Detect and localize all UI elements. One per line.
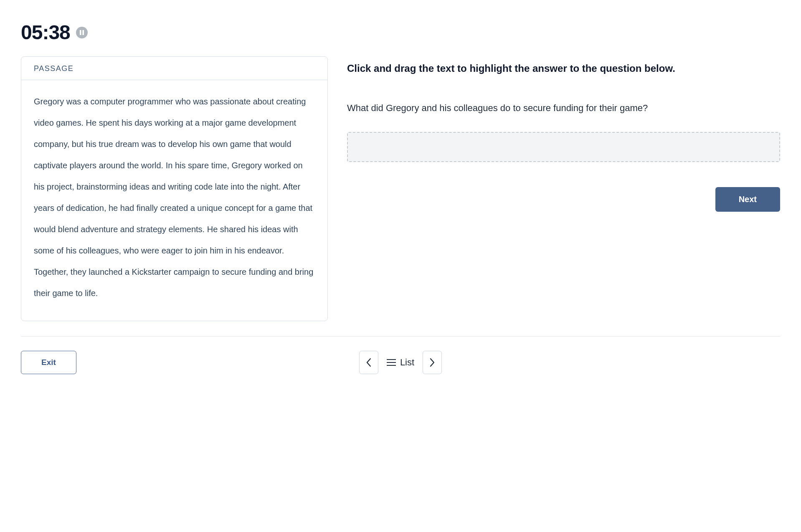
pause-button[interactable] <box>76 27 88 38</box>
svg-rect-0 <box>80 30 81 35</box>
next-button[interactable]: Next <box>715 187 780 212</box>
nav-center-group: List <box>359 351 442 374</box>
pause-icon <box>80 30 84 35</box>
question-text: What did Gregory and his colleagues do t… <box>347 101 780 115</box>
passage-header-label: PASSAGE <box>34 64 74 73</box>
passage-card: PASSAGE Gregory was a computer programme… <box>21 56 328 321</box>
passage-text[interactable]: Gregory was a computer programmer who wa… <box>34 91 315 304</box>
chevron-right-icon <box>429 358 435 367</box>
previous-button[interactable] <box>359 351 378 374</box>
answer-drop-zone[interactable] <box>347 132 780 162</box>
svg-rect-1 <box>82 30 84 35</box>
instruction-text: Click and drag the text to highlight the… <box>347 61 780 76</box>
next-nav-button[interactable] <box>423 351 442 374</box>
list-button-label: List <box>400 357 414 368</box>
list-button[interactable]: List <box>387 357 414 368</box>
chevron-left-icon <box>366 358 372 367</box>
timer-display: 05:38 <box>21 21 70 44</box>
question-column: Click and drag the text to highlight the… <box>347 56 780 212</box>
footer-divider <box>21 336 780 337</box>
exit-button[interactable]: Exit <box>21 351 76 374</box>
passage-header: PASSAGE <box>21 57 327 80</box>
list-icon <box>387 359 396 366</box>
